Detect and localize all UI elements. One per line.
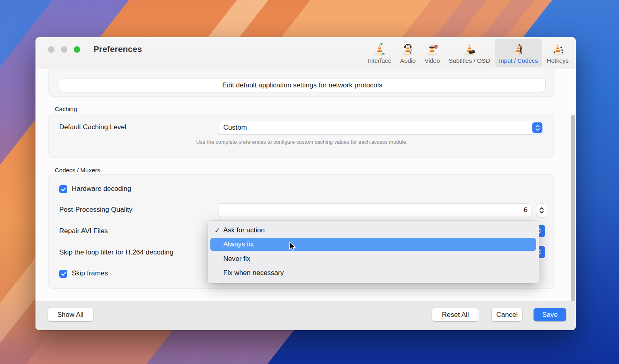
skip-loop-filter-label: Skip the loop filter for H.264 decoding (59, 248, 174, 256)
menu-item-fix-when-necessary[interactable]: Fix when necessary (210, 267, 536, 279)
window-title: Preferences (93, 44, 142, 54)
screen: Preferences Interface (0, 0, 619, 364)
repair-avi-popup-button[interactable] (539, 225, 545, 237)
tab-label: Subtitles / OSD (449, 57, 490, 64)
audio-cone-icon (401, 42, 415, 56)
popup-chevrons-icon[interactable] (532, 122, 542, 133)
checkmark-icon (60, 186, 66, 192)
footer-bar: Show All Reset All Cancel Save (35, 301, 576, 330)
tab-label: Video (424, 57, 440, 64)
repair-avi-files-label: Repair AVI Files (59, 227, 108, 235)
hardware-decoding-label: Hardware decoding (72, 185, 131, 193)
default-caching-level-select[interactable]: Custom (218, 121, 544, 134)
menu-checkmark: ✓ (214, 226, 223, 235)
tab-audio[interactable]: Audio (396, 39, 420, 67)
tab-hotkeys[interactable]: Hotkeys (543, 39, 573, 67)
post-processing-quality-field[interactable]: 6 (218, 204, 532, 217)
caching-helper-text: Use the complete preferences to configur… (49, 139, 555, 145)
reset-all-button[interactable]: Reset All (432, 308, 479, 321)
subtitles-cone-icon (462, 42, 477, 56)
tab-interface[interactable]: Interface (364, 39, 395, 67)
interface-cone-icon (372, 42, 387, 56)
skip-frames-label: Skip frames (72, 269, 108, 277)
checkmark-icon (60, 271, 66, 277)
cancel-button[interactable]: Cancel (492, 308, 522, 321)
zoom-button[interactable] (74, 46, 80, 53)
quality-stepper[interactable] (536, 204, 547, 217)
tab-label: Audio (400, 57, 415, 64)
skip-frames-checkbox[interactable] (59, 270, 67, 278)
menu-item-ask-for-action[interactable]: ✓ Ask for action (210, 225, 536, 236)
post-processing-quality-label: Post-Processing Quality (59, 206, 132, 214)
repair-avi-dropdown-menu: ✓ Ask for action Always fix Never fix Fi… (208, 221, 539, 283)
tab-video[interactable]: Video (420, 39, 444, 67)
stepper-up-icon[interactable] (539, 207, 544, 210)
titlebar: Preferences Interface (35, 37, 576, 69)
show-all-button[interactable]: Show All (48, 308, 93, 321)
select-value: Custom (223, 124, 247, 132)
field-value: 6 (524, 206, 528, 214)
preferences-window: Preferences Interface (35, 37, 576, 330)
input-codecs-cone-icon (511, 42, 526, 56)
edit-network-protocols-button[interactable]: Edit default application settings for ne… (59, 79, 545, 92)
video-cone-icon (425, 42, 439, 56)
stepper-down-icon[interactable] (539, 211, 544, 214)
hardware-decoding-checkbox[interactable] (59, 185, 67, 193)
tab-label: Interface (368, 57, 391, 64)
traffic-lights (48, 46, 80, 53)
tab-label: Input / Codecs (499, 57, 538, 64)
tab-subtitles-osd[interactable]: Subtitles / OSD (445, 39, 494, 67)
toolbar: Interface Audio (364, 39, 573, 67)
tab-input-codecs[interactable]: Input / Codecs (495, 39, 542, 67)
menu-item-always-fix[interactable]: Always fix (210, 238, 536, 251)
skip-loop-popup-button[interactable] (539, 246, 545, 258)
codecs-section-header: Codecs / Muxers (55, 167, 100, 174)
caching-panel: Default Caching Level Custom Use the com… (48, 114, 555, 158)
hotkeys-cone-icon (550, 42, 565, 56)
vertical-scrollbar-thumb[interactable] (571, 115, 575, 301)
save-button[interactable]: Save (534, 308, 566, 321)
minimize-button[interactable] (61, 46, 67, 53)
caching-section-header: Caching (55, 105, 77, 112)
tab-label: Hotkeys (547, 57, 569, 64)
close-button[interactable] (48, 46, 54, 53)
mouse-cursor (289, 242, 299, 252)
network-panel: Edit default application settings for ne… (48, 69, 555, 97)
default-caching-level-label: Default Caching Level (59, 123, 126, 131)
menu-item-never-fix[interactable]: Never fix (210, 253, 536, 265)
